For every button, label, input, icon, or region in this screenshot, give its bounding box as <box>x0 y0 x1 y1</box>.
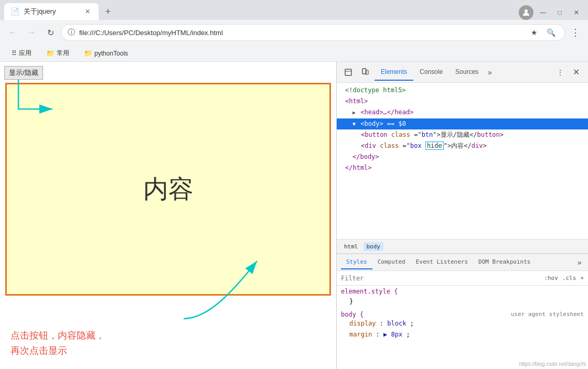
dom-html-close-line: </html> <box>337 162 588 173</box>
minimize-button[interactable]: — <box>536 5 550 20</box>
body-rule-header: user agent stylesheet body { <box>341 311 584 318</box>
devtools-breadcrumb: html body <box>337 239 588 254</box>
styles-tab-event-listeners[interactable]: Event Listeners <box>411 255 473 269</box>
bookmark-apps-label: 应用 <box>19 49 31 58</box>
bookmarks-bar: ⠿ 应用 📁 常用 📁 pythonTools <box>0 45 588 62</box>
tab-close-button[interactable]: ✕ <box>83 7 92 16</box>
active-tab[interactable]: 📄 关于jquery ✕ <box>4 3 99 20</box>
cls-option[interactable]: .cls <box>562 275 576 281</box>
styles-tab-dom-breakpoints[interactable]: DOM Breakpoints <box>473 255 536 269</box>
styles-tabs: Styles Computed Event Listeners DOM Brea… <box>337 254 588 271</box>
devtools-toolbar: Elements Console Sources » ⋮ ✕ <box>337 62 588 83</box>
maximize-button[interactable]: □ <box>552 5 567 20</box>
url-bar[interactable]: ⓘ file:///C:/Users/PC/Desktop/myHTML/ind… <box>61 24 565 41</box>
main-area: 显示/隐藏 内容 点击按钮，内容隐藏， 再次点击显示 <box>0 62 588 369</box>
content-text: 内容 <box>143 172 194 206</box>
bookmark-pythontools-label: pythonTools <box>94 50 128 57</box>
devtools-inspect-button[interactable] <box>341 65 356 80</box>
body-margin-name: margin <box>349 331 372 338</box>
watermark: https://blog.csdn.net/dangchi <box>519 361 586 367</box>
bookmark-common[interactable]: 📁 常用 <box>43 48 72 59</box>
tab-favicon: 📄 <box>10 7 19 16</box>
dom-button-line[interactable]: <button class ="btn">显示/隐藏</button> <box>337 129 588 140</box>
url-actions: ★ 🔍 <box>527 25 558 40</box>
chrome-menu-button[interactable]: ⋮ <box>567 24 584 41</box>
devtools-dots-menu[interactable]: ⋮ <box>553 65 568 80</box>
styles-tab-styles[interactable]: Styles <box>341 255 372 269</box>
styles-filter-input[interactable] <box>341 275 542 282</box>
back-button[interactable]: ← <box>4 24 21 41</box>
breadcrumb-html[interactable]: html <box>341 242 361 251</box>
bookmark-apps[interactable]: ⠿ 应用 <box>8 48 35 59</box>
content-box: 内容 <box>5 83 331 296</box>
annotation-line2: 再次点击显示 <box>10 343 105 359</box>
tab-title: 关于jquery <box>24 7 79 16</box>
tab-console[interactable]: Console <box>413 64 449 81</box>
tab-elements[interactable]: Elements <box>375 64 413 81</box>
dom-doctype-line: <!doctype html5> <box>337 85 588 96</box>
url-text: file:///C:/Users/PC/Desktop/myHTML/index… <box>79 29 522 37</box>
chrome-window: 📄 关于jquery ✕ + — □ ✕ ← → ↻ ⓘ file:///C:/… <box>0 0 588 369</box>
annotation-line1: 点击按钮，内容隐藏， <box>10 328 105 343</box>
styles-panel: Styles Computed Event Listeners DOM Brea… <box>337 254 588 369</box>
plus-option[interactable]: + <box>580 275 584 281</box>
body-margin-value: ▶ 8px <box>383 331 402 338</box>
dom-body-close-line: </body> <box>337 151 588 162</box>
devtools-panel: Elements Console Sources » ⋮ ✕ <!doctype… <box>336 62 588 369</box>
devtools-tabs: Elements Console Sources » <box>375 64 551 81</box>
element-style-selector: element.style { <box>341 288 584 295</box>
breadcrumb-body[interactable]: body <box>364 242 384 251</box>
body-display-prop: display : block ; <box>341 318 584 329</box>
styles-filter-options: :hov .cls + <box>544 275 584 281</box>
search-button[interactable]: 🔍 <box>543 25 558 40</box>
elements-panel: <!doctype html5> <html> ▶ <head>…</head>… <box>337 83 588 239</box>
address-bar: ← → ↻ ⓘ file:///C:/Users/PC/Desktop/myHT… <box>0 20 588 45</box>
styles-more-button[interactable]: » <box>575 256 584 269</box>
hov-option[interactable]: :hov <box>544 275 558 281</box>
body-margin-prop: margin : ▶ 8px ; <box>341 329 584 340</box>
dom-div-line[interactable]: <div class ="box hide">内容</div> <box>337 140 588 151</box>
body-rule: user agent stylesheet body { display : b… <box>341 311 584 340</box>
devtools-more-tabs-button[interactable]: » <box>485 66 495 79</box>
styles-filter-bar: :hov .cls + <box>337 271 588 286</box>
bookmark-pythontools[interactable]: 📁 pythonTools <box>81 48 131 58</box>
devtools-device-button[interactable] <box>358 65 372 80</box>
svg-rect-3 <box>345 69 351 75</box>
new-tab-button[interactable]: + <box>99 3 117 20</box>
body-rule-source: user agent stylesheet <box>511 311 584 318</box>
hide-attr-highlight: hide <box>425 142 444 150</box>
user-account-icon[interactable] <box>519 5 533 20</box>
devtools-content: <!doctype html5> <html> ▶ <head>…</head>… <box>337 83 588 369</box>
folder-icon-2: 📁 <box>84 49 92 57</box>
dom-body-line[interactable]: ▼ <body> == $0 <box>337 118 588 129</box>
bookmark-common-label: 常用 <box>57 49 69 58</box>
bookmark-star-button[interactable]: ★ <box>527 25 541 40</box>
tab-bar: 📄 关于jquery ✕ + — □ ✕ <box>0 0 588 20</box>
forward-button[interactable]: → <box>23 24 40 41</box>
devtools-action-buttons: ⋮ ✕ <box>553 65 584 80</box>
window-controls: — □ ✕ <box>519 5 588 20</box>
svg-point-0 <box>525 9 528 13</box>
page-content: 显示/隐藏 内容 点击按钮，内容隐藏， 再次点击显示 <box>0 62 336 369</box>
element-style-rule: element.style { } <box>341 288 584 307</box>
styles-tab-computed[interactable]: Computed <box>372 255 411 269</box>
secure-icon: ⓘ <box>68 28 75 37</box>
body-display-value: block <box>387 320 406 327</box>
dom-head-line[interactable]: ▶ <head>…</head> <box>337 107 588 118</box>
folder-icon: 📁 <box>46 49 55 57</box>
close-window-button[interactable]: ✕ <box>569 5 584 20</box>
body-display-name: display <box>349 320 376 327</box>
apps-grid-icon: ⠿ <box>12 49 17 57</box>
toggle-button[interactable]: 显示/隐藏 <box>4 66 43 80</box>
element-style-close: } <box>341 296 584 307</box>
refresh-button[interactable]: ↻ <box>42 24 59 41</box>
dom-html-line: <html> <box>337 96 588 107</box>
tab-sources[interactable]: Sources <box>449 64 485 81</box>
annotation-text: 点击按钮，内容隐藏， 再次点击显示 <box>10 328 105 359</box>
styles-content: element.style { } user agent stylesheet … <box>337 286 588 369</box>
body-rule-selector: body { <box>341 311 364 318</box>
devtools-close-button[interactable]: ✕ <box>569 65 584 79</box>
